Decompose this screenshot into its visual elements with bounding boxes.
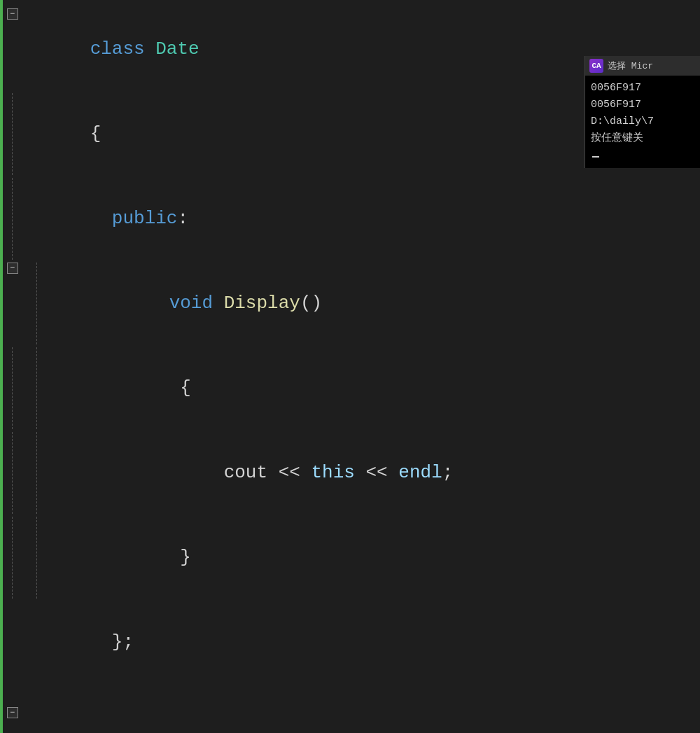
brace-open-2: { <box>180 377 191 398</box>
public-code: public: <box>24 178 700 260</box>
dashed-line-brace2b <box>36 347 37 429</box>
spaces-cbrace1 <box>90 631 112 652</box>
colon-public: : <box>177 208 188 229</box>
brace-close-2: } <box>180 547 191 568</box>
terminal-line-4: 按任意键关 <box>591 130 694 147</box>
terminal-line-4-text: 按任意键关 <box>591 132 643 144</box>
indent-spaces-public <box>90 208 112 229</box>
indent-guide-cbrace2b <box>24 517 49 599</box>
terminal-line-2: 0056F917 <box>591 97 694 113</box>
indent-guide-brace2b <box>24 347 49 429</box>
keyword-void: void <box>169 293 224 314</box>
dashed-line-cout2 <box>36 432 37 514</box>
void-display-line: − void Display() <box>0 261 700 346</box>
dashed-line-display <box>36 263 37 344</box>
indent-guide-1 <box>0 93 24 175</box>
terminal-title: 选择 Micr <box>608 60 653 72</box>
code-separator <box>0 685 700 706</box>
fold-box-main[interactable]: − <box>7 707 18 718</box>
indent-guide-display <box>24 263 49 344</box>
endl-keyword: endl <box>398 462 442 483</box>
terminal-icon: CA <box>589 59 603 73</box>
fold-box-class[interactable]: − <box>7 8 18 20</box>
terminal-cursor <box>592 156 599 158</box>
fold-box-display[interactable]: − <box>7 263 18 274</box>
cout-keyword: cout <box>224 462 279 483</box>
void-display-code: void Display() <box>49 263 700 344</box>
cout-semi: ; <box>442 462 454 483</box>
terminal-header: CA 选择 Micr <box>585 56 700 76</box>
open-brace-2-line: { <box>0 346 700 431</box>
indent-guide-cout <box>0 432 24 514</box>
terminal-line-3: D:\daily\7 <box>591 113 694 130</box>
cout-op2: << <box>355 462 398 483</box>
dashed-line-1 <box>12 93 13 175</box>
cout-line: cout << this << endl; <box>0 431 700 515</box>
close-brace-2-line: } <box>0 515 700 600</box>
spaces-display <box>115 293 169 314</box>
terminal-icon-label: CA <box>592 62 601 70</box>
brace-open-1: { <box>90 123 102 144</box>
classname-date: Date <box>155 39 199 60</box>
dashed-line-cbrace2b <box>36 517 37 599</box>
indent-guide-cout2 <box>24 432 49 514</box>
this-keyword: this <box>311 462 354 483</box>
terminal-popup[interactable]: CA 选择 Micr 0056F917 0056F917 D:\daily\7 … <box>584 56 700 168</box>
close-brace-2-code: } <box>49 517 700 599</box>
terminal-line-1: 0056F917 <box>591 80 694 97</box>
func-display: Display <box>224 293 300 314</box>
indent-guide-cbrace2 <box>0 517 24 599</box>
close-brace-1-code: }; <box>24 601 700 683</box>
spaces-cbrace2 <box>115 547 181 568</box>
keyword-public: public <box>112 208 178 229</box>
dashed-line-brace2 <box>12 347 13 429</box>
cout-op1: << <box>279 462 312 483</box>
cout-code: cout << this << endl; <box>49 432 700 514</box>
terminal-body: 0056F917 0056F917 D:\daily\7 按任意键关 <box>585 76 700 168</box>
indent-guide-brace2 <box>0 347 24 429</box>
open-brace-2-code: { <box>49 347 700 429</box>
fold-indicator-class[interactable]: − <box>0 8 24 20</box>
dashed-line-cbrace2 <box>12 517 13 599</box>
int-main-line: − int main() <box>0 706 700 733</box>
spaces-brace2 <box>115 377 181 398</box>
fold-indicator-main[interactable]: − <box>0 707 24 718</box>
dashed-line-cout <box>12 432 13 514</box>
spaces-cout <box>115 462 224 483</box>
keyword-class: class <box>90 39 156 60</box>
parens-display: () <box>300 293 322 314</box>
public-line: public: <box>0 176 700 261</box>
brace-close-semicolon: }; <box>112 631 134 652</box>
close-brace-1-line: }; <box>0 600 700 685</box>
int-main-code: int main() <box>24 707 700 733</box>
fold-indicator-display[interactable]: − <box>0 263 24 274</box>
code-editor: − class Date { public: − void Display() <box>0 0 700 733</box>
dashed-line-public <box>12 178 13 260</box>
indent-guide-public <box>0 178 24 260</box>
terminal-cursor-line <box>591 147 694 164</box>
